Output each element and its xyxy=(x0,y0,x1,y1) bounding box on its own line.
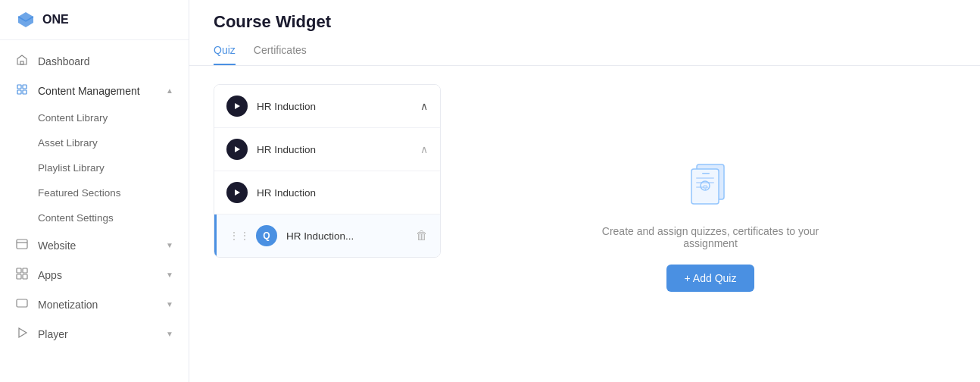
logo-icon xyxy=(15,9,36,30)
tab-certificates[interactable]: Certificates xyxy=(254,44,307,65)
svg-rect-11 xyxy=(17,299,27,307)
course-name-3: HR Induction xyxy=(257,187,428,199)
content-settings-label: Content Settings xyxy=(38,212,114,224)
website-arrow: ▼ xyxy=(166,241,173,249)
chevron-up-icon-2[interactable]: ∧ xyxy=(420,143,428,155)
svg-rect-3 xyxy=(17,90,21,94)
play-button-2[interactable] xyxy=(226,139,248,160)
apps-arrow: ▼ xyxy=(166,271,173,279)
svg-rect-9 xyxy=(17,274,21,279)
svg-marker-12 xyxy=(19,328,27,337)
svg-rect-5 xyxy=(17,240,27,249)
main-content: Course Widget Quiz Certificates HR Induc… xyxy=(189,0,980,382)
svg-rect-4 xyxy=(23,90,27,94)
sidebar-item-apps[interactable]: Apps ▼ xyxy=(0,260,189,290)
sidebar-item-content-management[interactable]: Content Management ▲ xyxy=(0,76,189,105)
sidebar-item-website[interactable]: Website ▼ xyxy=(0,230,189,260)
monetization-label: Monetization xyxy=(38,299,166,311)
course-list: HR Induction ∧ HR Induction ∧ xyxy=(214,84,441,258)
apps-label: Apps xyxy=(38,269,166,281)
page-title: Course Widget xyxy=(214,12,956,32)
svg-rect-8 xyxy=(23,268,27,273)
course-item-3[interactable]: HR Induction xyxy=(214,171,440,214)
course-actions-1: ∧ xyxy=(420,100,428,112)
course-actions-2: ∧ xyxy=(420,143,428,155)
sidebar-item-featured-sections[interactable]: Featured Sections xyxy=(0,180,189,205)
content-library-label: Content Library xyxy=(38,112,108,124)
content-management-icon xyxy=(15,83,29,98)
svg-rect-2 xyxy=(23,85,27,89)
website-label: Website xyxy=(38,240,166,252)
svg-marker-14 xyxy=(235,146,240,152)
course-name-1: HR Induction xyxy=(257,101,420,112)
content-management-arrow: ▲ xyxy=(166,86,173,95)
sidebar-item-content-library[interactable]: Content Library xyxy=(0,105,189,130)
quiz-button-4: Q xyxy=(256,225,277,246)
play-button-1[interactable] xyxy=(226,96,248,117)
course-list-panel: HR Induction ∧ HR Induction ∧ xyxy=(214,84,441,364)
drag-handle-icon[interactable]: ⋮⋮ xyxy=(229,230,250,242)
sidebar-item-asset-library[interactable]: Asset Library xyxy=(0,130,189,155)
sidebar-item-content-settings[interactable]: Content Settings xyxy=(0,205,189,230)
sidebar-item-dashboard[interactable]: Dashboard xyxy=(0,46,189,76)
sidebar-item-monetization[interactable]: Monetization ▼ xyxy=(0,290,189,319)
apps-icon xyxy=(15,268,29,282)
monetization-icon xyxy=(15,297,29,312)
tab-quiz[interactable]: Quiz xyxy=(214,44,236,65)
play-button-3[interactable] xyxy=(226,182,248,203)
player-icon xyxy=(15,327,29,341)
svg-rect-1 xyxy=(17,85,21,89)
course-name-2: HR Induction xyxy=(257,144,420,155)
document-illustration: Q xyxy=(680,157,741,210)
course-item-4[interactable]: ⋮⋮ Q HR Induction... 🗑 xyxy=(214,214,440,257)
sidebar: ONE Dashboard Content Management ▲ Conte… xyxy=(0,0,189,382)
sidebar-item-playlist-library[interactable]: Playlist Library xyxy=(0,155,189,180)
player-label: Player xyxy=(38,328,166,340)
asset-library-label: Asset Library xyxy=(38,137,98,149)
home-icon xyxy=(15,54,29,68)
svg-text:Q: Q xyxy=(703,183,707,190)
svg-rect-10 xyxy=(23,274,27,279)
sidebar-item-dashboard-label: Dashboard xyxy=(38,55,173,67)
course-actions-4: 🗑 xyxy=(416,229,428,243)
svg-rect-7 xyxy=(17,268,21,273)
add-quiz-button[interactable]: + Add Quiz xyxy=(666,265,755,292)
monetization-arrow: ▼ xyxy=(166,300,173,308)
sidebar-item-player[interactable]: Player ▼ xyxy=(0,319,189,349)
page-header: Course Widget Quiz Certificates xyxy=(189,0,980,66)
empty-state-text: Create and assign quizzes, certificates … xyxy=(597,225,824,249)
sidebar-navigation: Dashboard Content Management ▲ Content L… xyxy=(0,40,189,355)
player-arrow: ▼ xyxy=(166,330,173,338)
website-icon xyxy=(15,238,29,252)
svg-marker-13 xyxy=(235,103,240,109)
logo-text: ONE xyxy=(42,13,69,27)
svg-rect-0 xyxy=(20,61,23,64)
sidebar-logo: ONE xyxy=(0,0,189,40)
delete-icon-4[interactable]: 🗑 xyxy=(416,229,428,243)
course-item-1[interactable]: HR Induction ∧ xyxy=(214,85,440,128)
page-body: HR Induction ∧ HR Induction ∧ xyxy=(189,66,980,382)
content-management-label: Content Management xyxy=(38,85,140,97)
playlist-library-label: Playlist Library xyxy=(38,162,105,174)
course-item-2[interactable]: HR Induction ∧ xyxy=(214,128,440,171)
featured-sections-label: Featured Sections xyxy=(38,187,121,199)
chevron-up-icon-1[interactable]: ∧ xyxy=(420,100,428,112)
course-name-4: HR Induction... xyxy=(286,230,416,242)
empty-state-panel: Q Create and assign quizzes, certificate… xyxy=(465,84,956,364)
svg-marker-15 xyxy=(235,189,240,196)
svg-rect-21 xyxy=(702,173,710,174)
tabs: Quiz Certificates xyxy=(214,44,956,65)
